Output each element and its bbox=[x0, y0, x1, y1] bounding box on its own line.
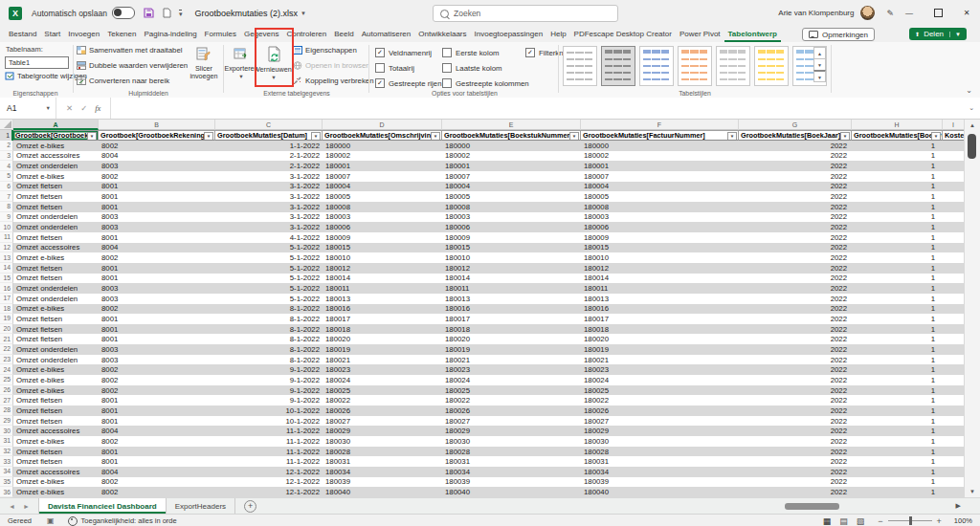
cell[interactable]: 180007 bbox=[442, 171, 581, 182]
cell[interactable] bbox=[943, 202, 965, 212]
filter-dropdown-icon[interactable]: ▼ bbox=[431, 132, 440, 141]
cancel-entry-icon[interactable]: ✕ bbox=[66, 103, 73, 113]
confirm-entry-icon[interactable]: ✓ bbox=[80, 103, 87, 113]
cell[interactable]: 1 bbox=[852, 232, 943, 243]
cell[interactable]: 2022 bbox=[739, 447, 852, 457]
view-page-break-icon[interactable]: ▧ bbox=[857, 516, 865, 526]
cell[interactable]: 8003 bbox=[99, 212, 215, 223]
cell[interactable]: 180002 bbox=[581, 151, 739, 162]
row-number[interactable]: 28 bbox=[0, 405, 13, 416]
cell[interactable]: 1 bbox=[852, 151, 943, 162]
table-name-input[interactable]: Table1 bbox=[5, 56, 69, 69]
remove-duplicates-button[interactable]: Dubbele waarden verwijderen bbox=[77, 61, 188, 70]
cell[interactable]: 180004 bbox=[442, 182, 581, 192]
view-normal-icon[interactable]: ▦ bbox=[823, 516, 832, 526]
cell[interactable]: 8004 bbox=[99, 243, 215, 253]
cell[interactable]: 8-1-2022 bbox=[215, 314, 323, 324]
table-column-header[interactable]: Koste bbox=[943, 130, 965, 141]
cell[interactable]: 180031 bbox=[581, 456, 739, 467]
row-number[interactable]: 26 bbox=[0, 385, 13, 396]
cell[interactable]: 5-1-2022 bbox=[215, 243, 323, 253]
row-number[interactable]: 34 bbox=[0, 467, 13, 477]
horizontal-scroll-thumb[interactable] bbox=[785, 503, 839, 510]
column-header-a[interactable]: A bbox=[13, 120, 99, 130]
row-number[interactable]: 19 bbox=[0, 314, 13, 324]
menu-tab-gegevens[interactable]: Gegevens bbox=[240, 26, 282, 42]
filter-dropdown-icon[interactable]: ▼ bbox=[840, 132, 850, 141]
cell[interactable]: 12-1-2022 bbox=[215, 467, 323, 477]
cell[interactable]: 3-1-2022 bbox=[215, 212, 323, 223]
table-column-header[interactable]: GrootboekMutaties[FactuurNummer]▼ bbox=[581, 130, 739, 141]
cell[interactable]: 8-1-2022 bbox=[215, 334, 323, 344]
cell[interactable]: 2022 bbox=[739, 416, 852, 427]
table-style-gray[interactable] bbox=[601, 46, 635, 86]
cell[interactable]: 180039 bbox=[442, 477, 581, 488]
cell[interactable]: 180040 bbox=[581, 487, 739, 497]
cell[interactable]: 8002 bbox=[99, 375, 215, 385]
row-number-1[interactable]: 1 bbox=[0, 130, 13, 141]
cell[interactable]: 8001 bbox=[99, 202, 215, 212]
cell[interactable]: 8003 bbox=[99, 344, 215, 355]
cell[interactable]: 2-1-2022 bbox=[215, 151, 323, 162]
cell[interactable]: 2022 bbox=[739, 243, 852, 253]
cell[interactable]: 180004 bbox=[323, 182, 442, 192]
cell[interactable]: 180030 bbox=[442, 436, 581, 447]
cell[interactable]: 5-1-2022 bbox=[215, 252, 323, 263]
cell[interactable]: 8-1-2022 bbox=[215, 304, 323, 315]
cell[interactable]: 180007 bbox=[581, 171, 739, 182]
cell[interactable]: Omzet onderdelen bbox=[13, 212, 99, 223]
cell[interactable]: 180040 bbox=[442, 487, 581, 497]
cell[interactable]: 180027 bbox=[323, 416, 442, 427]
cell[interactable]: 180023 bbox=[323, 364, 442, 375]
cell[interactable]: 1 bbox=[852, 294, 943, 304]
cell[interactable]: 180008 bbox=[323, 202, 442, 212]
select-all-corner[interactable] bbox=[0, 120, 13, 130]
cell[interactable]: 180005 bbox=[581, 191, 739, 202]
checkbox-veldnamenrij[interactable]: ✓Veldnamenrij bbox=[375, 48, 432, 57]
cell[interactable] bbox=[943, 161, 965, 171]
cell[interactable]: 2022 bbox=[739, 212, 852, 223]
cell[interactable]: 2022 bbox=[739, 202, 852, 212]
table-style-light-gray[interactable] bbox=[716, 46, 750, 86]
zoom-level[interactable]: 100% bbox=[954, 516, 972, 525]
cell[interactable]: 1 bbox=[852, 202, 943, 212]
cell[interactable]: 1 bbox=[852, 222, 943, 232]
cell[interactable]: 180030 bbox=[323, 436, 442, 447]
excel-logo-icon[interactable]: X bbox=[9, 7, 22, 20]
cell[interactable]: 1 bbox=[852, 324, 943, 335]
cell[interactable]: 1 bbox=[852, 364, 943, 375]
cell[interactable] bbox=[943, 334, 965, 344]
cell[interactable]: 2022 bbox=[739, 355, 852, 365]
column-header-h[interactable]: H bbox=[852, 120, 943, 130]
cell[interactable]: 180028 bbox=[323, 447, 442, 457]
cell[interactable]: 5-1-2022 bbox=[215, 274, 323, 284]
checkbox-gestreepte-rijen[interactable]: ✓Gestreepte rijen bbox=[375, 78, 441, 88]
row-number[interactable]: 5 bbox=[0, 171, 13, 182]
sheet-tab-davista-financieel-dashboard[interactable]: Davista Financieel Dashboard bbox=[38, 498, 167, 514]
cell[interactable]: 2022 bbox=[739, 364, 852, 375]
cell[interactable]: 8001 bbox=[99, 456, 215, 467]
cell[interactable]: 180008 bbox=[442, 202, 581, 212]
row-number[interactable]: 15 bbox=[0, 274, 13, 284]
table-style-orange[interactable] bbox=[678, 46, 712, 86]
cell[interactable] bbox=[943, 182, 965, 192]
zoom-out-icon[interactable]: − bbox=[878, 516, 882, 526]
cell[interactable]: 180017 bbox=[323, 314, 442, 324]
cell[interactable]: Omzet fietsen bbox=[13, 263, 99, 274]
filter-dropdown-icon[interactable]: ▼ bbox=[87, 132, 97, 141]
menu-tab-automatiseren[interactable]: Automatiseren bbox=[358, 26, 415, 42]
cell[interactable]: Omzet onderdelen bbox=[13, 222, 99, 232]
formula-bar-expand-icon[interactable]: ⌄ bbox=[969, 104, 974, 112]
cell[interactable]: 180027 bbox=[442, 416, 581, 427]
cell[interactable]: 180007 bbox=[323, 171, 442, 182]
cell[interactable]: 2022 bbox=[739, 395, 852, 405]
cell[interactable]: 1 bbox=[852, 243, 943, 253]
cell[interactable]: 8001 bbox=[99, 334, 215, 344]
cell[interactable]: 11-1-2022 bbox=[215, 447, 323, 457]
cell[interactable]: 180020 bbox=[581, 334, 739, 344]
cell[interactable]: 8001 bbox=[99, 395, 215, 405]
row-number[interactable]: 27 bbox=[0, 395, 13, 405]
document-title[interactable]: Grootboekmutaties (2).xlsx bbox=[194, 9, 298, 18]
cell[interactable]: Omzet fietsen bbox=[13, 191, 99, 202]
cell[interactable]: 180008 bbox=[581, 202, 739, 212]
